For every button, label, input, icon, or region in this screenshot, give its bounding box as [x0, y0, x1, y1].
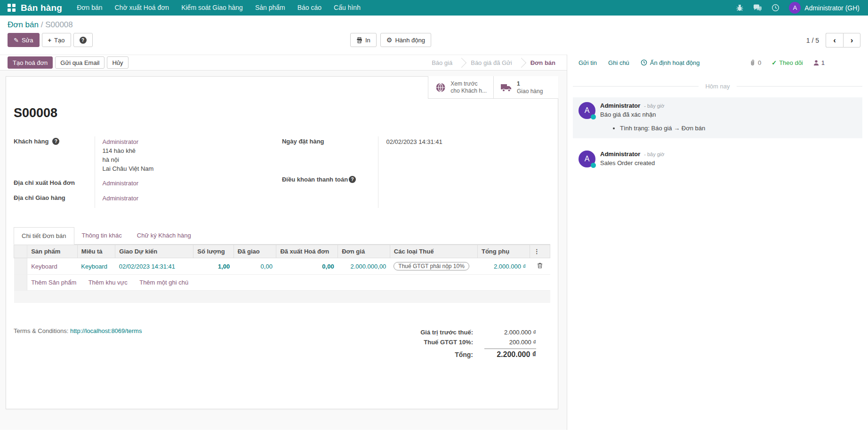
help-question-icon[interactable]: ? — [349, 176, 356, 183]
add-section-link[interactable]: Thêm khu vực — [88, 279, 128, 286]
invoice-address-label: Địa chỉ xuất Hoá đơn — [14, 179, 75, 186]
breadcrumb-parent[interactable]: Đơn bán — [8, 20, 39, 29]
cell-delivered[interactable]: 0,00 — [233, 258, 276, 275]
message-author[interactable]: Administrator — [600, 102, 640, 109]
tab-other-info[interactable]: Thông tin khác — [74, 227, 129, 245]
create-invoice-button[interactable]: Tạo hoá đơn — [8, 56, 53, 69]
terms-link[interactable]: http://localhost:8069/terms — [70, 327, 142, 334]
customer-value-link[interactable]: Administrator — [103, 138, 261, 147]
cell-expected-date[interactable]: 02/02/2023 14:31:41 — [115, 258, 193, 275]
help-button[interactable]: ? — [73, 33, 93, 47]
tab-customer-signature[interactable]: Chữ ký Khách hàng — [129, 227, 199, 245]
message-item: A Administrator - bây giờ Báo giá đã xác… — [573, 97, 862, 138]
online-status-dot — [591, 163, 596, 168]
create-button[interactable]: + Tạo — [42, 33, 71, 47]
user-name: Administrator (GH) — [804, 4, 860, 12]
invoice-address-value-link[interactable]: Administrator — [103, 179, 261, 188]
nav-item-kiem-soat-giao-hang[interactable]: Kiểm soát Giao hàng — [175, 0, 249, 16]
col-header-subtotal[interactable]: Tổng phụ — [477, 245, 530, 258]
pager-previous-button[interactable]: ‹ — [826, 33, 843, 48]
customer-field-label: Khách hàng — [14, 138, 48, 145]
message-avatar[interactable]: A — [579, 151, 595, 167]
print-menu-button[interactable]: In — [350, 33, 377, 47]
nav-item-bao-cao[interactable]: Báo cáo — [291, 0, 328, 16]
apps-menu-icon[interactable] — [8, 4, 16, 12]
handle-cell-empty — [14, 275, 27, 291]
delivery-smart-button[interactable]: 1 Giao hàng — [493, 76, 558, 99]
delete-line-button[interactable] — [530, 258, 550, 275]
create-button-label: Tạo — [54, 37, 64, 44]
cell-description[interactable]: Keyboard — [77, 258, 115, 275]
col-header-product[interactable]: Sản phẩm — [27, 245, 78, 258]
cell-taxes[interactable]: Thuế GTGT phải nộp 10% — [390, 258, 477, 275]
col-header-description[interactable]: Miêu tả — [77, 245, 115, 258]
order-totals: Giá trị trước thuế: 2.000.000 ₫ Thuế GTG… — [420, 327, 536, 360]
schedule-activity-button[interactable]: Ấn định hoạt động — [641, 59, 700, 66]
nav-item-cau-hinh[interactable]: Cấu hình — [328, 0, 367, 16]
col-header-invoiced[interactable]: Đã xuất Hoá đơn — [276, 245, 338, 258]
breadcrumb: Đơn bán / S00008 — [8, 20, 860, 30]
customer-preview-button[interactable]: Xem trước cho Khách h... — [428, 76, 493, 99]
send-by-email-button[interactable]: Gửi qua Email — [55, 56, 104, 69]
debug-bug-icon[interactable] — [736, 4, 744, 12]
date-divider: Hôm nay — [573, 83, 862, 90]
stage-bao-gia-da-gui[interactable]: Báo giá đã Gửi — [463, 59, 519, 66]
add-product-link[interactable]: Thêm Sản phẩm — [31, 279, 76, 286]
edit-button[interactable]: ✎ Sửa — [8, 33, 40, 47]
cancel-button[interactable]: Hủy — [107, 56, 128, 69]
col-header-delivered[interactable]: Đã giao — [233, 245, 276, 258]
drag-handle[interactable] — [14, 258, 27, 275]
followers-button[interactable]: 1 — [813, 59, 825, 66]
send-message-button[interactable]: Gửi tin — [579, 59, 597, 66]
nav-item-san-pham[interactable]: Sản phẩm — [249, 0, 291, 16]
col-header-quantity[interactable]: Số lượng — [193, 245, 234, 258]
globe-icon — [435, 82, 446, 93]
nav-item-cho-xuat-hoa-don[interactable]: Chờ xuất Hoá đơn — [109, 0, 176, 16]
log-note-button[interactable]: Ghi chú — [608, 59, 629, 66]
tab-order-lines[interactable]: Chi tiết Đơn bán — [14, 227, 74, 245]
col-header-unit-price[interactable]: Đơn giá — [338, 245, 390, 258]
cell-quantity[interactable]: 1,00 — [193, 258, 234, 275]
col-header-expected-date[interactable]: Giao Dự kiến — [115, 245, 193, 258]
user-menu[interactable]: A Administrator (GH) — [789, 2, 860, 14]
stage-don-ban-active[interactable]: Đơn bán — [523, 59, 563, 66]
payment-terms-value[interactable] — [378, 174, 550, 208]
app-brand[interactable]: Bán hàng — [21, 3, 62, 13]
cell-product[interactable]: Keyboard — [27, 258, 78, 275]
delivery-address-value-link[interactable]: Administrator — [103, 194, 261, 203]
paperclip-icon — [749, 59, 755, 66]
printer-icon — [356, 37, 362, 43]
tax-amount-value: 200.000 ₫ — [484, 339, 536, 346]
pencil-icon: ✎ — [14, 37, 19, 44]
total-value: 2.200.000 ₫ — [484, 349, 536, 359]
action-menu-button[interactable]: ⚙ Hành động — [380, 33, 431, 47]
customer-address-line: 114 hào khê — [103, 147, 261, 156]
add-note-link[interactable]: Thêm một ghi chú — [139, 279, 188, 286]
untaxed-amount-value: 2.000.000 ₫ — [484, 329, 536, 336]
messages-icon[interactable] — [753, 4, 762, 12]
message-author[interactable]: Administrator — [600, 151, 640, 158]
gear-icon: ⚙ — [386, 36, 393, 44]
cell-subtotal[interactable]: 2.000.000 ₫ — [477, 258, 530, 275]
preview-label-line2: cho Khách h... — [450, 87, 487, 94]
stage-bao-gia[interactable]: Báo giá — [424, 59, 460, 66]
pager-next-button[interactable]: › — [843, 33, 860, 48]
form-statusbar: Tạo hoá đơn Gửi qua Email Hủy Báo giá Bá… — [0, 55, 567, 71]
form-sheet: Xem trước cho Khách h... 1 Giao hàng — [6, 76, 558, 409]
activities-clock-icon[interactable] — [772, 4, 780, 12]
cell-unit-price[interactable]: 2.000.000,00 — [338, 258, 390, 275]
help-question-icon[interactable]: ? — [52, 138, 59, 145]
cell-invoiced[interactable]: 0,00 — [276, 258, 338, 275]
optional-columns-icon[interactable]: ⋮ — [530, 245, 550, 258]
order-date-label: Ngày đặt hàng — [282, 138, 324, 145]
message-avatar[interactable]: A — [579, 102, 595, 119]
attachments-button[interactable]: 0 — [749, 59, 761, 66]
tax-tag[interactable]: Thuế GTGT phải nộp 10% — [394, 262, 469, 270]
trash-icon — [537, 262, 543, 269]
col-header-taxes[interactable]: Các loại Thuế — [390, 245, 477, 258]
nav-item-don-ban[interactable]: Đơn bán — [71, 0, 108, 16]
following-button[interactable]: ✓ Theo dõi — [772, 59, 803, 66]
truck-icon — [500, 83, 513, 92]
empty-table-row — [14, 291, 550, 303]
order-line-row[interactable]: Keyboard Keyboard 02/02/2023 14:31:41 1,… — [14, 258, 550, 275]
